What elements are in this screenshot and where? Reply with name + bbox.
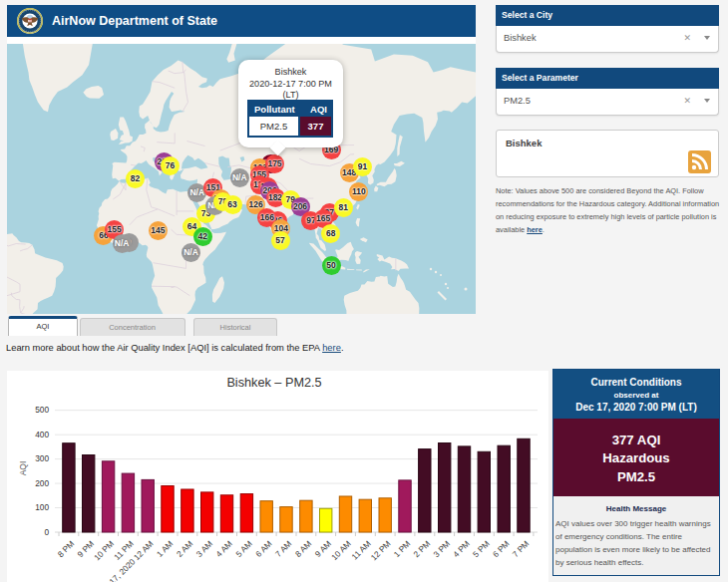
svg-text:0: 0 (44, 527, 49, 537)
svg-text:500: 500 (35, 405, 49, 415)
svg-text:Bishkek – PM2.5: Bishkek – PM2.5 (226, 376, 321, 390)
svg-text:100: 100 (35, 502, 49, 512)
svg-text:300: 300 (35, 453, 49, 463)
svg-text:200: 200 (35, 478, 49, 488)
svg-text:400: 400 (35, 430, 49, 439)
svg-text:AQI: AQI (18, 461, 28, 476)
